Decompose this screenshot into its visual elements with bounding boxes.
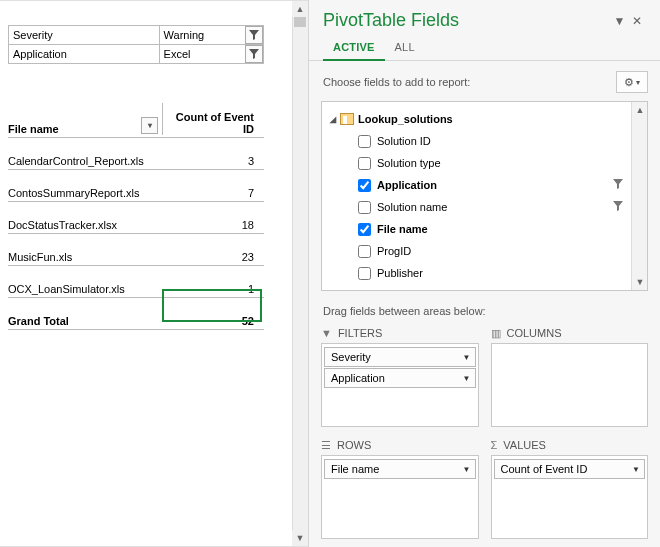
scroll-thumb[interactable] [294, 17, 306, 27]
grand-total-row: Grand Total 52 [8, 298, 264, 330]
row-header-cell[interactable]: File name ▾ [8, 123, 162, 135]
value-header-cell[interactable]: Count of Event ID [162, 103, 262, 135]
table-row: CalendarControl_Report.xls3 [8, 138, 264, 170]
rows-icon: ☰ [321, 439, 331, 452]
pivot-table: File name ▾ Count of Event ID CalendarCo… [8, 106, 264, 330]
table-row: MusicFun.xls23 [8, 234, 264, 266]
field-checkbox[interactable] [358, 267, 371, 280]
field-row[interactable]: Application [330, 174, 647, 196]
field-row[interactable]: File name [330, 218, 647, 240]
field-tabs: ACTIVE ALL [309, 35, 660, 61]
field-label: ProgID [377, 245, 411, 257]
pivot-sheet-area: Severity Warning Application Excel [0, 0, 308, 547]
dropdown-icon[interactable]: ▾ [141, 117, 158, 134]
collapse-icon[interactable]: ◢ [330, 115, 336, 124]
field-row[interactable]: Solution ID [330, 130, 647, 152]
field-label: Publisher [377, 267, 423, 279]
area-rows: ☰ROWS File name▼ [321, 435, 479, 539]
field-checkbox[interactable] [358, 179, 371, 192]
pivot-header-row: File name ▾ Count of Event ID [8, 106, 264, 138]
pivottable-fields-pane: PivotTable Fields ▼ ✕ ACTIVE ALL Choose … [308, 0, 660, 547]
field-checkbox[interactable] [358, 135, 371, 148]
scroll-up-icon[interactable]: ▲ [632, 102, 648, 118]
slicer-value[interactable]: Excel [159, 45, 263, 64]
gear-icon: ⚙ [624, 76, 634, 89]
choose-label: Choose fields to add to report: [323, 76, 470, 88]
area-pill[interactable]: File name▼ [324, 459, 476, 479]
table-group-header[interactable]: ◢ Lookup_solutions [330, 108, 647, 130]
columns-dropzone[interactable] [491, 343, 649, 427]
area-columns: ▥COLUMNS [491, 323, 649, 427]
rows-dropzone[interactable]: File name▼ [321, 455, 479, 539]
area-pill[interactable]: Count of Event ID▼ [494, 459, 646, 479]
field-label: Application [377, 179, 437, 191]
scroll-down-icon[interactable]: ▼ [632, 274, 648, 290]
filter-icon: ▼ [321, 327, 332, 339]
slicer-label: Severity [9, 26, 160, 45]
area-pill[interactable]: Severity▼ [324, 347, 476, 367]
table-row: OCX_LoanSimulator.xls1 [8, 266, 264, 298]
field-checkbox[interactable] [358, 201, 371, 214]
funnel-icon [613, 201, 623, 213]
pane-title: PivotTable Fields [323, 10, 607, 31]
table-row: DocStatusTracker.xlsx18 [8, 202, 264, 234]
values-dropzone[interactable]: Count of Event ID▼ [491, 455, 649, 539]
slicer-value[interactable]: Warning [159, 26, 263, 45]
dropdown-icon[interactable]: ▼ [463, 465, 471, 474]
vertical-scrollbar[interactable]: ▲ ▼ [292, 1, 308, 546]
columns-icon: ▥ [491, 327, 501, 340]
funnel-icon [613, 179, 623, 191]
dropdown-icon[interactable]: ▼ [632, 465, 640, 474]
field-checkbox[interactable] [358, 157, 371, 170]
field-row[interactable]: ProgID [330, 240, 647, 262]
values-icon: Σ [491, 439, 498, 451]
field-checkbox[interactable] [358, 245, 371, 258]
tab-all[interactable]: ALL [385, 35, 425, 60]
filter-icon-button[interactable] [245, 45, 263, 63]
field-label: File name [377, 223, 428, 235]
field-row[interactable]: Publisher [330, 262, 647, 284]
slicer-table: Severity Warning Application Excel [0, 1, 308, 64]
filters-dropzone[interactable]: Severity▼Application▼ [321, 343, 479, 427]
dropdown-icon[interactable]: ▼ [463, 374, 471, 383]
fields-list-box: ◢ Lookup_solutions Solution IDSolution t… [321, 101, 648, 291]
tools-button[interactable]: ⚙▾ [616, 71, 648, 93]
tab-active[interactable]: ACTIVE [323, 35, 385, 61]
filter-icon-button[interactable] [245, 26, 263, 44]
table-icon [340, 113, 354, 125]
scroll-up-icon[interactable]: ▲ [292, 1, 308, 17]
field-label: Solution name [377, 201, 447, 213]
area-pill[interactable]: Application▼ [324, 368, 476, 388]
slicer-label: Application [9, 45, 160, 64]
scroll-down-icon[interactable]: ▼ [292, 530, 308, 546]
fields-scrollbar[interactable]: ▲ ▼ [631, 102, 647, 290]
pane-options[interactable]: ▼ ✕ [607, 12, 648, 30]
table-row: ContosSummaryReport.xls7 [8, 170, 264, 202]
field-row[interactable]: Solution name [330, 196, 647, 218]
field-label: Solution ID [377, 135, 431, 147]
area-filters: ▼FILTERS Severity▼Application▼ [321, 323, 479, 427]
field-label: Solution type [377, 157, 441, 169]
drag-label: Drag fields between areas below: [309, 291, 660, 323]
area-values: ΣVALUES Count of Event ID▼ [491, 435, 649, 539]
field-row[interactable]: Solution type [330, 152, 647, 174]
field-checkbox[interactable] [358, 223, 371, 236]
dropdown-icon[interactable]: ▼ [463, 353, 471, 362]
